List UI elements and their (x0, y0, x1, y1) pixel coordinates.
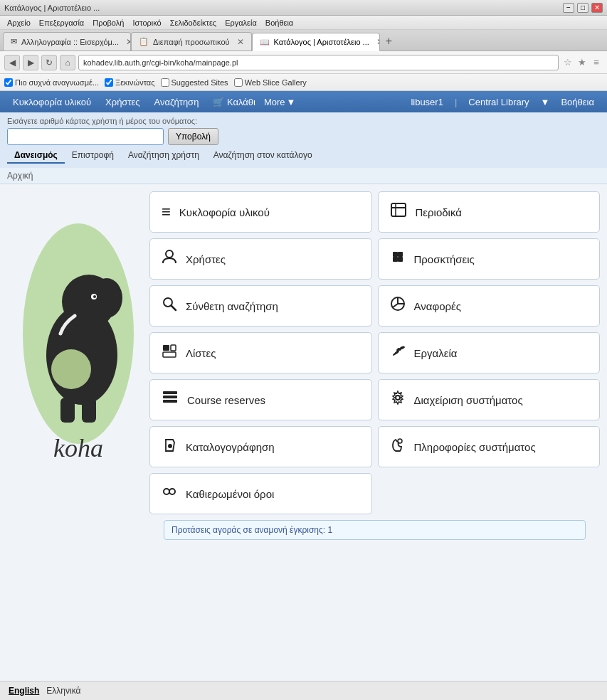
svg-point-5 (93, 295, 96, 298)
bookmark-star[interactable]: ☆ (561, 56, 574, 69)
cataloging-label: Καταλογογράφηση (186, 441, 275, 453)
footer-lang-greek[interactable]: Ελληνικά (46, 686, 80, 696)
svg-rect-14 (398, 252, 403, 257)
new-tab-button[interactable]: + (380, 32, 398, 51)
search-tabs: Δανεισμός Επιστροφή Αναζήτηση χρήστη Ανα… (7, 148, 600, 164)
tab-patron-search[interactable]: Αναζήτηση χρήστη (121, 148, 206, 164)
address-bar: ◀ ▶ ↻ ⌂ ☆ ★ ≡ (0, 51, 607, 74)
reports-label: Αναφορές (414, 300, 461, 312)
nav-more[interactable]: More ▼ (264, 97, 296, 107)
tab-staff-icon: 📋 (139, 37, 149, 46)
svg-rect-20 (163, 345, 169, 351)
nav-patrons[interactable]: Χρήστες (100, 94, 146, 110)
koha-logo: koha (21, 206, 135, 463)
about-icon (390, 437, 406, 457)
svg-rect-23 (163, 400, 177, 403)
patrons-button[interactable]: Χρήστες (149, 238, 372, 280)
admin-icon (390, 390, 406, 410)
tab-staff-close[interactable]: ✕ (237, 37, 244, 47)
menu-view[interactable]: Προβολή (88, 18, 128, 27)
bookmark-start-checkbox[interactable] (105, 78, 113, 87)
cataloging-button[interactable]: Καταλογογράφηση (149, 426, 372, 467)
tools-icon (390, 343, 406, 363)
main-content: koha ≡ Κυκλοφορία υλικού Περιοδικά Χρήστ (0, 184, 607, 688)
svg-point-27 (168, 444, 172, 448)
advanced-search-label: Σύνθετη αναζήτηση (186, 300, 278, 312)
bookmark-start[interactable]: Ξεκινώντας (105, 78, 154, 87)
circulation-button[interactable]: ≡ Κυκλοφορία υλικού (149, 191, 372, 233)
minimize-button[interactable]: − (563, 3, 574, 13)
serials-button[interactable]: Περιοδικά (378, 191, 601, 233)
reports-button[interactable]: Αναφορές (378, 285, 601, 327)
tab-mail-close[interactable]: ✕ (126, 37, 131, 47)
lists-label: Λίστες (186, 347, 216, 359)
purchase-suggestions-count[interactable]: 1 (327, 525, 332, 535)
nav-library[interactable]: Central Library (463, 94, 534, 110)
back-button[interactable]: ◀ (4, 55, 20, 70)
menu-file[interactable]: Αρχείο (3, 18, 35, 27)
breadcrumb-home[interactable]: Αρχική (7, 171, 33, 181)
bookmark-list[interactable]: ★ (576, 56, 588, 69)
bookmark-webslice[interactable]: Web Slice Gallery (234, 78, 307, 87)
lists-icon (162, 343, 177, 363)
bookmark-webslice-checkbox[interactable] (234, 78, 243, 87)
admin-button[interactable]: Διαχείριση συστήματος (378, 379, 601, 420)
menu-history[interactable]: Ιστορικό (128, 18, 165, 27)
nav-search[interactable]: Αναζήτηση (149, 94, 205, 110)
refresh-button[interactable]: ↻ (41, 55, 57, 70)
menu-tools[interactable]: Εργαλεία (221, 18, 261, 27)
bookmark-suggested-label: Suggested Sites (171, 78, 228, 87)
nav-right: libuser1 | Central Library ▼ Βοήθεια (405, 94, 600, 110)
acquisitions-button[interactable]: Προσκτήσεις (378, 238, 601, 280)
tab-staff-label: Διεπαφή προσωπικού (153, 38, 230, 46)
close-button[interactable]: ✕ (591, 3, 603, 13)
menu-bookmarks[interactable]: Σελιδοδείκτες (166, 18, 221, 27)
footer-lang-english[interactable]: English (9, 686, 39, 696)
tab-catalog-search[interactable]: Αναζήτηση στον κατάλογο (206, 148, 320, 164)
menu-edit[interactable]: Επεξεργασία (35, 18, 88, 27)
search-submit-button[interactable]: Υποβολή (168, 128, 218, 145)
browser-titlebar: Κατάλογος | Αριστοτέλειο ... − □ ✕ (0, 0, 607, 16)
cataloging-icon (162, 437, 177, 457)
maximize-button[interactable]: □ (577, 3, 588, 13)
koha-elephant-graphic (21, 206, 135, 447)
authorities-button[interactable]: Καθιερωμένοι όροι (149, 473, 372, 514)
lists-button[interactable]: Λίστες (149, 332, 372, 373)
menu-bar: Αρχείο Επεξεργασία Προβολή Ιστορικό Σελι… (0, 16, 607, 30)
tab-mail-label: Αλληλογραφία :: Εισερχόμ... (21, 38, 119, 46)
tab-checkout[interactable]: Δανεισμός (7, 148, 65, 164)
bookmark-suggested[interactable]: Suggested Sites (161, 78, 228, 87)
menu-help[interactable]: Βοήθεια (261, 18, 297, 27)
about-button[interactable]: Πληροφορίες συστήματος (378, 426, 601, 467)
url-input[interactable] (78, 55, 559, 70)
logo-area: koha (7, 191, 149, 688)
tools-button[interactable]: Εργαλεία (378, 332, 601, 373)
search-hint: Εισάγετε αριθμό κάρτας χρήστη ή μέρος το… (7, 117, 600, 125)
tab-catalog[interactable]: 📖 Κατάλογος | Αριστοτέλειο ... ✕ (252, 33, 380, 51)
tab-mail[interactable]: ✉ Αλληλογραφία :: Εισερχόμ... ✕ (3, 32, 131, 51)
tools-label: Εργαλεία (414, 347, 458, 359)
koha-text-logo: koha (53, 433, 103, 463)
nav-cart[interactable]: 🛒 Καλάθι (207, 94, 261, 110)
bookmark-frequent-checkbox[interactable] (4, 78, 13, 87)
advanced-search-button[interactable]: Σύνθετη αναζήτηση (149, 285, 372, 327)
forward-button[interactable]: ▶ (23, 55, 38, 70)
browser-menu-btn[interactable]: ≡ (590, 56, 603, 69)
svg-point-12 (166, 250, 173, 258)
nav-help[interactable]: Βοήθεια (555, 94, 600, 110)
circulation-label: Κυκλοφορία υλικού (179, 206, 270, 218)
nav-library-chevron: ▼ (541, 97, 550, 107)
svg-line-18 (171, 306, 176, 311)
nav-user[interactable]: libuser1 (405, 94, 449, 110)
tab-staff[interactable]: 📋 Διεπαφή προσωπικού ✕ (131, 32, 252, 51)
course-reserves-button[interactable]: Course reserves (149, 379, 372, 420)
bookmark-suggested-checkbox[interactable] (161, 78, 169, 87)
patron-search-input[interactable] (7, 128, 164, 145)
home-button[interactable]: ⌂ (60, 55, 75, 70)
tab-return[interactable]: Επιστροφή (65, 148, 121, 164)
authorities-icon (162, 484, 177, 504)
bookmark-frequent[interactable]: Πιο συχνά αναγνωσμέ... (4, 78, 99, 87)
svg-point-28 (398, 439, 402, 443)
admin-label: Διαχείριση συστήματος (414, 394, 523, 406)
nav-circulation[interactable]: Κυκλοφορία υλικού (7, 94, 97, 110)
